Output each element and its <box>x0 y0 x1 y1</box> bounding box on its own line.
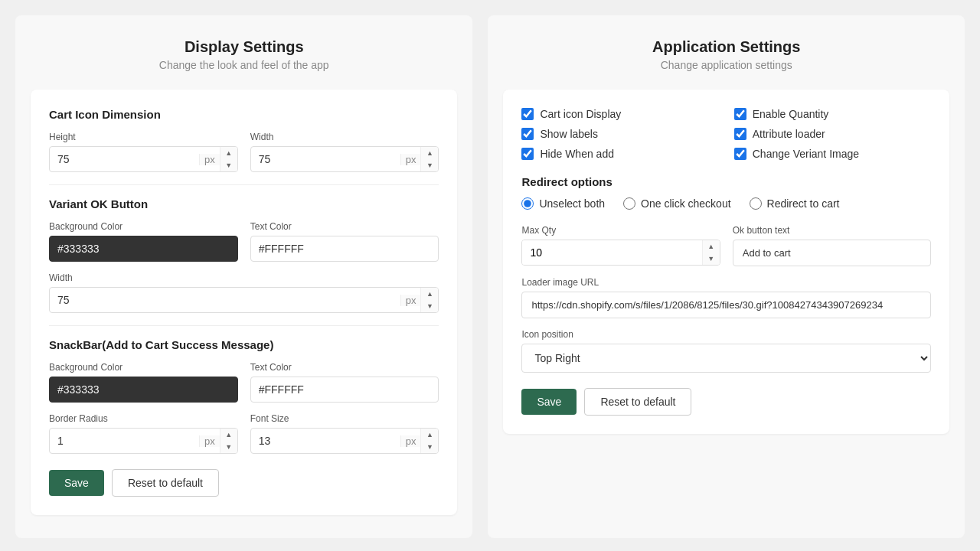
snackbar-bg-color-group: Background Color <box>49 362 238 403</box>
max-qty-decrement[interactable]: ▼ <box>703 253 720 265</box>
height-increment[interactable]: ▲ <box>220 147 237 159</box>
checkbox-item-show-labels[interactable]: Show labels <box>521 128 718 140</box>
unselect-both-label: Unselect both <box>539 197 605 210</box>
left-reset-button[interactable]: Reset to default <box>112 469 219 497</box>
variant-width-decrement[interactable]: ▼ <box>421 300 438 312</box>
unselect-both-radio[interactable] <box>521 197 534 210</box>
max-qty-increment[interactable]: ▲ <box>703 240 720 253</box>
variant-bg-color-label: Background Color <box>49 221 238 232</box>
divider-1 <box>49 184 439 185</box>
ok-button-text-label: Ok button text <box>733 225 931 236</box>
change-variant-image-checkbox[interactable] <box>734 148 746 160</box>
border-radius-spinner: ▲ ▼ <box>220 429 237 453</box>
variant-text-color-input[interactable] <box>250 236 439 262</box>
variant-width-wrap: px ▲ ▼ <box>49 287 439 313</box>
radio-item-unselect-both[interactable]: Unselect both <box>521 197 605 210</box>
divider-2 <box>49 325 439 326</box>
max-qty-wrap: ▲ ▼ <box>521 240 720 266</box>
left-button-row: Save Reset to default <box>49 469 439 497</box>
one-click-checkout-radio[interactable] <box>623 197 635 210</box>
snackbar-bg-color-input[interactable] <box>49 377 238 403</box>
right-save-button[interactable]: Save <box>521 389 577 415</box>
snackbar-title: SnackBar(Add to Cart Success Message) <box>49 338 439 351</box>
border-radius-input[interactable] <box>50 429 199 452</box>
font-size-decrement[interactable]: ▼ <box>421 441 438 453</box>
show-labels-checkbox[interactable] <box>521 128 534 140</box>
icon-position-group: Icon position Top Right Top Left Bottom … <box>521 329 931 373</box>
ok-button-text-input[interactable] <box>733 240 931 266</box>
font-size-unit: px <box>400 435 421 447</box>
snackbar-color-row: Background Color Text Color <box>49 362 439 403</box>
font-size-label: Font Size <box>250 413 439 424</box>
variant-color-row: Background Color Text Color <box>49 221 439 262</box>
max-qty-spinner: ▲ ▼ <box>702 240 720 265</box>
width-input[interactable] <box>251 148 400 171</box>
variant-text-color-group: Text Color <box>250 221 439 262</box>
snackbar-text-color-group: Text Color <box>250 362 439 403</box>
snackbar-text-color-label: Text Color <box>250 362 439 373</box>
max-qty-input[interactable] <box>522 240 701 265</box>
loader-url-group: Loader image URL <box>521 277 931 318</box>
radio-item-one-click-checkout[interactable]: One click checkout <box>623 197 731 210</box>
variant-width-input[interactable] <box>50 289 400 311</box>
variant-width-increment[interactable]: ▲ <box>421 288 438 300</box>
snackbar-size-row: Border Radius px ▲ ▼ Font Size px <box>49 413 439 454</box>
width-decrement[interactable]: ▼ <box>421 159 438 171</box>
width-label: Width <box>250 132 439 142</box>
radio-item-redirect-to-cart[interactable]: Redirect to cart <box>750 197 840 210</box>
snackbar-text-color-input[interactable] <box>250 377 439 403</box>
font-size-increment[interactable]: ▲ <box>421 429 438 441</box>
checkbox-item-attribute-loader[interactable]: Attribute loader <box>734 128 931 140</box>
checkbox-item-enable-quantity[interactable]: Enable Quantity <box>734 108 931 120</box>
width-unit: px <box>400 154 421 165</box>
height-unit: px <box>199 154 220 165</box>
icon-position-select[interactable]: Top Right Top Left Bottom Right Bottom L… <box>521 344 931 373</box>
variant-width-label: Width <box>49 272 439 283</box>
checkbox-item-cart-icon-display[interactable]: Cart icon Display <box>521 108 718 120</box>
border-radius-increment[interactable]: ▲ <box>220 429 237 441</box>
enable-quantity-checkbox[interactable] <box>734 108 746 120</box>
height-decrement[interactable]: ▼ <box>220 159 237 171</box>
width-input-wrap: px ▲ ▼ <box>250 146 439 172</box>
snackbar-bg-color-label: Background Color <box>49 362 238 373</box>
application-settings-card: Cart icon Display Enable Quantity Show l… <box>503 90 949 434</box>
cart-icon-width-group: Width px ▲ ▼ <box>250 132 439 172</box>
change-variant-image-label: Change Veriant Image <box>753 148 859 160</box>
right-button-row: Save Reset to default <box>521 388 931 416</box>
hide-when-add-checkbox[interactable] <box>521 148 534 160</box>
snackbar-border-radius-group: Border Radius px ▲ ▼ <box>49 413 238 454</box>
border-radius-decrement[interactable]: ▼ <box>220 441 237 453</box>
checkbox-item-hide-when-add[interactable]: Hide When add <box>521 148 718 160</box>
attribute-loader-label: Attribute loader <box>753 128 825 140</box>
attribute-loader-checkbox[interactable] <box>734 128 746 140</box>
loader-url-label: Loader image URL <box>521 277 931 288</box>
cart-icon-height-group: Height px ▲ ▼ <box>49 132 238 172</box>
show-labels-label: Show labels <box>540 128 598 140</box>
height-input-wrap: px ▲ ▼ <box>49 146 238 172</box>
right-reset-button[interactable]: Reset to default <box>584 388 691 416</box>
width-increment[interactable]: ▲ <box>421 147 438 159</box>
variant-width-group: Width px ▲ ▼ <box>49 272 439 313</box>
width-spinner: ▲ ▼ <box>420 147 438 171</box>
display-settings-panel: Display Settings Change the look and fee… <box>15 15 472 538</box>
loader-url-input[interactable] <box>521 292 931 318</box>
variant-bg-color-input[interactable] <box>49 236 238 262</box>
font-size-wrap: px ▲ ▼ <box>250 428 439 454</box>
redirect-options-title: Redirect options <box>521 175 931 188</box>
variant-bg-color-group: Background Color <box>49 221 238 262</box>
application-settings-subtitle: Change application settings <box>661 59 792 71</box>
height-spinner: ▲ ▼ <box>220 147 237 171</box>
height-input[interactable] <box>50 148 199 171</box>
left-save-button[interactable]: Save <box>49 470 104 496</box>
height-label: Height <box>49 132 238 142</box>
variant-width-spinner: ▲ ▼ <box>420 288 438 312</box>
checkbox-grid: Cart icon Display Enable Quantity Show l… <box>521 108 931 160</box>
font-size-input[interactable] <box>251 429 400 452</box>
snackbar-font-size-group: Font Size px ▲ ▼ <box>250 413 439 454</box>
qty-ok-row: Max Qty ▲ ▼ Ok button text <box>521 225 931 266</box>
cart-icon-display-checkbox[interactable] <box>521 108 534 120</box>
redirect-to-cart-radio[interactable] <box>750 197 762 210</box>
max-qty-label: Max Qty <box>521 225 720 236</box>
variant-ok-button-title: Variant OK Button <box>49 197 439 210</box>
checkbox-item-change-variant-image[interactable]: Change Veriant Image <box>734 148 931 160</box>
